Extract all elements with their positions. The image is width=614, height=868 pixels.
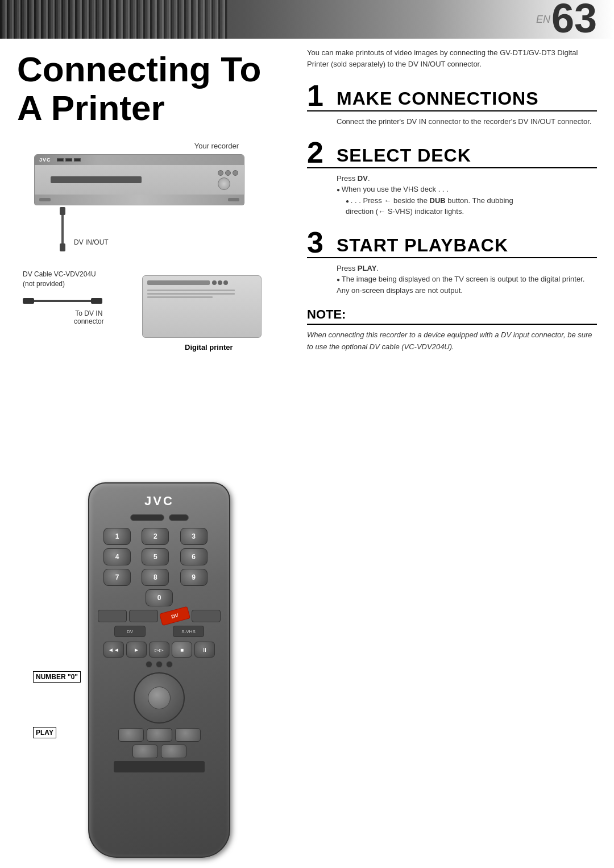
page-number: 63 (551, 0, 597, 39)
printer-mid-row (147, 290, 256, 298)
remote-num-btn-0: 0 (146, 589, 173, 606)
remote-ff-btn: ▻▻ (149, 642, 169, 658)
step-3-press: Press PLAY. (337, 263, 597, 274)
step-2-section: 2 SELECT DECK Press DV. When you use the… (307, 138, 597, 217)
remote-dv-label: DV (171, 613, 179, 620)
remote-dot-2 (156, 661, 163, 668)
dv-cable-label: DV Cable VC-VDV204U (not provided) (23, 270, 96, 289)
remote-top-buttons (89, 514, 229, 521)
remote-dot-1 (146, 661, 152, 668)
vcr-led-row (57, 158, 81, 162)
right-column: You can make printouts of video images b… (307, 39, 597, 868)
step-1-title: MAKE CONNECTIONS (337, 88, 539, 110)
step-2-press: Press DV. (337, 173, 597, 184)
printer-line-1 (147, 290, 235, 291)
main-title-line1: Connecting To (17, 50, 284, 89)
remote-num-btn-7: 7 (103, 569, 131, 586)
step-3-content: Press PLAY. The image being displayed on… (307, 263, 597, 296)
remote-bottom-row-2 (132, 745, 186, 758)
remote-dot-3 (166, 661, 173, 668)
remote-bottom-btn-3 (175, 728, 201, 742)
remote-nav-inner (148, 687, 171, 709)
remote-bottom-row-1 (118, 728, 201, 742)
vcr-foot-1 (39, 198, 51, 201)
header-stripes (0, 0, 227, 39)
vcr-led-1 (57, 158, 64, 162)
vcr-btn-1 (218, 170, 223, 176)
remote-num-btn-1: 1 (103, 528, 131, 545)
remote-func-btn-3 (192, 610, 221, 622)
step-3-section: 3 START PLAYBACK Press PLAY. The image b… (307, 228, 597, 296)
step-2-bullet-2: . . . Press ← beside the DUB button. The… (346, 195, 597, 217)
remote-num-btn-6: 6 (180, 548, 208, 565)
cable-connector-top (60, 207, 65, 215)
note-text: When connecting this recorder to a devic… (307, 329, 597, 353)
remote-func-btn-1 (98, 610, 127, 622)
step-3-header: 3 START PLAYBACK (307, 228, 597, 258)
cable-connector-bottom (60, 243, 65, 251)
note-title: NOTE: (307, 307, 597, 325)
note-section: NOTE: When connecting this recorder to a… (307, 307, 597, 353)
cable-plug-left (23, 298, 34, 304)
header-bar: EN 63 (0, 0, 614, 39)
remote-bottom-btn-2 (147, 728, 172, 742)
vcr-bottom-panel (35, 195, 244, 205)
main-title: Connecting To A Printer (17, 50, 284, 127)
step-3-title: START PLAYBACK (337, 235, 508, 257)
vcr-led-3 (74, 158, 81, 162)
vcr-controls-right (218, 170, 238, 190)
step-2-list: When you use the VHS deck . . . . . . Pr… (337, 184, 597, 217)
remote-bottom-btns (89, 728, 229, 758)
remote-num-btn-3: 3 (180, 528, 208, 545)
remote-slider (114, 761, 205, 772)
vcr-box: JVC (34, 154, 244, 205)
dv-in-out-label: DV IN/OUT (74, 238, 109, 246)
printer-btn-2 (218, 280, 222, 285)
printer-top-row (147, 280, 256, 285)
remote-num-btn-5: 5 (142, 548, 169, 565)
intro-text: You can make printouts of video images b… (307, 47, 597, 69)
step-3-list: The image being displayed on the TV scre… (337, 274, 597, 296)
step-2-number: 2 (307, 138, 330, 167)
vcr-btn-3 (233, 170, 238, 176)
remote-number-grid: 1 2 3 4 5 6 7 8 9 (89, 528, 229, 586)
printer-line-3 (147, 296, 213, 298)
remote-num-btn-2: 2 (142, 528, 169, 545)
recorder-diagram: Your recorder JVC (17, 142, 262, 267)
step-2-header: 2 SELECT DECK (307, 138, 597, 168)
vcr-top-panel: JVC (35, 155, 244, 165)
printer-line-2 (147, 293, 235, 295)
recorder-label: Your recorder (194, 142, 239, 150)
remote-dv-btn: DV (159, 606, 190, 626)
vcr-dial (218, 177, 230, 190)
printer-btn-3 (223, 280, 228, 285)
vcr-btn-row (218, 170, 238, 176)
printer-btn-group (212, 280, 228, 285)
remote-stop-btn: ■ (172, 642, 192, 658)
remote-dot-row (89, 661, 229, 668)
remote-zero-row: 0 (89, 589, 229, 606)
remote-body: JVC 1 2 3 4 5 6 7 8 9 0 (88, 482, 230, 858)
step-2-title: SELECT DECK (337, 145, 471, 167)
play-label: PLAY (33, 727, 56, 738)
vcr-btn-2 (225, 170, 231, 176)
remote-play-btn: ► (126, 642, 147, 658)
cable-area (60, 207, 65, 251)
remote-function-row: DV (89, 610, 229, 622)
remote-bottom-btn-5 (161, 745, 186, 758)
remote-diagram: JVC 1 2 3 4 5 6 7 8 9 0 (74, 482, 244, 868)
vcr-brand: JVC (39, 157, 51, 163)
remote-brand: JVC (89, 483, 229, 509)
remote-mode-svhs: S-VHS (173, 626, 204, 637)
remote-btn-3 (169, 514, 189, 521)
remote-func-btn-2 (129, 610, 158, 622)
remote-pause-btn: ⏸ (194, 642, 215, 658)
step-2-content: Press DV. When you use the VHS deck . . … (307, 173, 597, 217)
page-lang: EN (536, 14, 550, 26)
remote-bottom-btn-1 (118, 728, 144, 742)
printer-slot (147, 280, 210, 285)
vcr-tape-slot (51, 176, 142, 183)
step-1-content: Connect the printer's DV IN connector to… (307, 116, 597, 127)
to-dv-in-line1: To DV IN (74, 309, 104, 317)
remote-num-btn-9: 9 (180, 569, 208, 586)
